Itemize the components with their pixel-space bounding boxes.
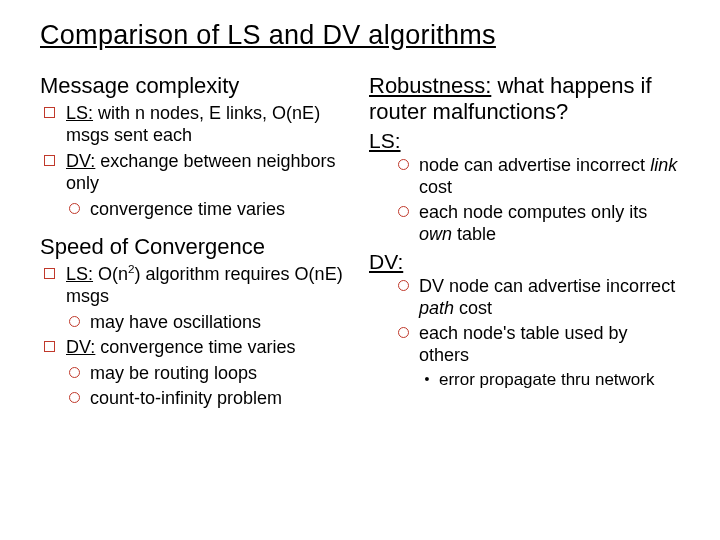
mc-dv-text: DV: exchange between neighbors only — [66, 151, 351, 195]
sc-dv-text: DV: convergence time varies — [66, 337, 295, 359]
ls-s1c: cost — [419, 177, 452, 197]
ls-s1-text: node can advertise incorrect link cost — [419, 155, 680, 199]
dv-s1-text: DV node can advertise incorrect path cos… — [419, 276, 680, 320]
mc-dv-sub1: convergence time varies — [66, 199, 351, 221]
sc-dv-sub2-text: count-to-infinity problem — [90, 388, 282, 410]
square-bullet-icon — [40, 155, 58, 166]
mc-dv-item: DV: exchange between neighbors only — [40, 151, 351, 195]
circle-bullet-icon — [66, 203, 82, 214]
sc-ls-mid: O(n — [93, 264, 128, 284]
sc-dv-sub1: may be routing loops — [66, 363, 351, 385]
dv-list: DV node can advertise incorrect path cos… — [369, 276, 680, 390]
ls-s2c: table — [452, 224, 496, 244]
mc-ls-text: LS: with n nodes, E links, O(nE) msgs se… — [66, 103, 351, 147]
dv-s1b: path — [419, 298, 454, 318]
sc-ls-prefix: LS: — [66, 264, 93, 284]
sc-dv-sub2: count-to-infinity problem — [66, 388, 351, 410]
square-bullet-icon — [40, 107, 58, 118]
dv-s1: DV node can advertise incorrect path cos… — [395, 276, 680, 320]
ls-list: node can advertise incorrect link cost e… — [369, 155, 680, 246]
heading-speed-convergence: Speed of Convergence — [40, 234, 351, 260]
mc-ls-rest: with n nodes, E links, O(nE) msgs sent e… — [66, 103, 320, 145]
right-column: Robustness: what happens if router malfu… — [369, 73, 680, 412]
circle-bullet-icon — [66, 316, 82, 327]
sc-list: LS: O(n2) algorithm requires O(nE) msgs … — [40, 264, 351, 410]
sc-dv-rest: convergence time varies — [95, 337, 295, 357]
heading-message-complexity: Message complexity — [40, 73, 351, 99]
dot-bullet-icon: • — [421, 371, 433, 388]
ls-s1: node can advertise incorrect link cost — [395, 155, 680, 199]
ls-s1a: node can advertise incorrect — [419, 155, 650, 175]
dv-s1a: DV node can advertise incorrect — [419, 276, 675, 296]
sc-dv-sub1-text: may be routing loops — [90, 363, 257, 385]
robustness-label: Robustness: — [369, 73, 491, 98]
sc-dv-item: DV: convergence time varies — [40, 337, 351, 359]
ls-s2a: each node computes only its — [419, 202, 647, 222]
circle-bullet-icon — [395, 159, 411, 170]
slide-title: Comparison of LS and DV algorithms — [40, 20, 680, 51]
ls-s2-text: each node computes only its own table — [419, 202, 680, 246]
dv-s1c: cost — [454, 298, 492, 318]
ls-s1b: link — [650, 155, 677, 175]
sc-ls-text: LS: O(n2) algorithm requires O(nE) msgs — [66, 264, 351, 308]
dv-s2: each node's table used by others — [395, 323, 680, 367]
square-bullet-icon — [40, 341, 58, 352]
square-bullet-icon — [40, 268, 58, 279]
mc-dv-prefix: DV: — [66, 151, 95, 171]
left-column: Message complexity LS: with n nodes, E l… — [40, 73, 351, 412]
mc-dv-rest: exchange between neighbors only — [66, 151, 336, 193]
dv-s2-text: each node's table used by others — [419, 323, 680, 367]
mc-ls-item: LS: with n nodes, E links, O(nE) msgs se… — [40, 103, 351, 147]
sc-ls-item: LS: O(n2) algorithm requires O(nE) msgs — [40, 264, 351, 308]
mc-list: LS: with n nodes, E links, O(nE) msgs se… — [40, 103, 351, 221]
circle-bullet-icon — [66, 392, 82, 403]
mc-dv-sub1-text: convergence time varies — [90, 199, 285, 221]
sc-ls-sub1-text: may have oscillations — [90, 312, 261, 334]
circle-bullet-icon — [395, 280, 411, 291]
sc-ls-sub1: may have oscillations — [66, 312, 351, 334]
ls-sub-heading: LS: — [369, 129, 680, 153]
circle-bullet-icon — [395, 206, 411, 217]
content-columns: Message complexity LS: with n nodes, E l… — [40, 73, 680, 412]
ls-s2: each node computes only its own table — [395, 202, 680, 246]
dv-s3-text: error propagate thru network — [439, 370, 654, 390]
ls-s2b: own — [419, 224, 452, 244]
dv-sub-heading: DV: — [369, 250, 680, 274]
mc-ls-prefix: LS: — [66, 103, 93, 123]
heading-robustness: Robustness: what happens if router malfu… — [369, 73, 680, 125]
dv-s3: • error propagate thru network — [421, 370, 680, 390]
sc-dv-prefix: DV: — [66, 337, 95, 357]
circle-bullet-icon — [395, 327, 411, 338]
circle-bullet-icon — [66, 367, 82, 378]
